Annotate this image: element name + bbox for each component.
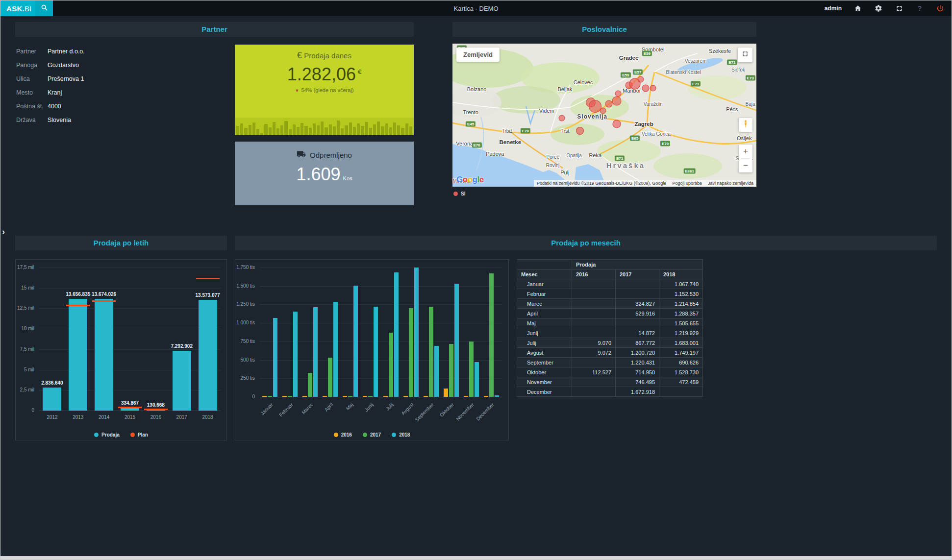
bar-2017[interactable] <box>429 307 433 397</box>
legend-item-2018[interactable]: 2018 <box>392 432 410 438</box>
bar-2018[interactable] <box>273 318 277 397</box>
store-marker[interactable] <box>612 120 621 128</box>
power-icon[interactable] <box>936 4 945 13</box>
field-label: Mesto <box>16 89 48 96</box>
bar-2017[interactable] <box>409 308 413 397</box>
bar-2018[interactable] <box>394 272 399 397</box>
bar-2018[interactable] <box>313 307 318 397</box>
bar-2018[interactable] <box>293 312 298 397</box>
bar-2016[interactable] <box>464 396 468 397</box>
sidebar-expand-toggle[interactable]: › <box>2 227 5 237</box>
table-cell: Marec <box>517 299 572 309</box>
bar-2016[interactable] <box>403 396 408 397</box>
settings-icon[interactable] <box>874 4 883 13</box>
bar-Prodaja[interactable] <box>69 299 87 411</box>
bar-2017[interactable] <box>308 373 312 397</box>
bar-2018[interactable] <box>475 362 479 397</box>
sales-today-amount: 1.282,06 <box>287 64 356 84</box>
shipped-value: 1.609Kos <box>235 164 414 185</box>
spark-bar <box>321 122 324 135</box>
zoom-in-button[interactable]: + <box>739 145 752 158</box>
bar-2016[interactable] <box>424 396 428 397</box>
bar-2017[interactable] <box>469 341 474 397</box>
monthly-chart-card: 0250 tis500 tis750 tis1.000 tis1.250 tis… <box>235 259 509 440</box>
google-letter: e <box>479 175 484 184</box>
bar-2018[interactable] <box>434 346 439 397</box>
plan-tick[interactable] <box>66 305 90 306</box>
store-marker[interactable] <box>650 85 656 91</box>
map-attribution-link[interactable]: Pogoji uporabe <box>672 181 702 186</box>
pegman-control[interactable] <box>739 118 752 132</box>
bar-value-label: 13.573.077 <box>183 292 232 298</box>
plan-tick[interactable] <box>196 278 220 279</box>
bar-2016[interactable] <box>383 396 388 397</box>
yearly-legend: ProdajaPlan <box>16 432 226 438</box>
plan-tick[interactable] <box>92 300 116 302</box>
map-city-label: Maribor <box>623 88 641 94</box>
help-icon[interactable]: ? <box>915 4 924 13</box>
legend-item-Plan[interactable]: Plan <box>130 432 148 438</box>
store-marker[interactable] <box>612 96 621 105</box>
bar-2018[interactable] <box>333 302 338 397</box>
table-cell <box>572 377 616 387</box>
legend-item-2017[interactable]: 2017 <box>363 432 381 438</box>
bar-2017[interactable] <box>268 396 272 397</box>
store-marker[interactable] <box>615 91 621 97</box>
bar-2017[interactable] <box>389 333 393 397</box>
bar-2018[interactable] <box>454 284 459 397</box>
bar-2017[interactable] <box>489 273 494 397</box>
store-marker[interactable] <box>642 84 649 92</box>
zoom-out-button[interactable]: − <box>739 159 752 172</box>
bar-2016[interactable] <box>343 396 347 397</box>
sales-today-card: € Prodaja danes 1.282,06€ ▼54% (glede na… <box>235 45 414 135</box>
search-button[interactable] <box>35 0 53 16</box>
sales-today-label: Prodaja danes <box>304 51 351 60</box>
x-axis-label: 2012 <box>37 414 67 420</box>
map-type-button[interactable]: Zemljevid <box>456 48 500 62</box>
spark-bar <box>304 126 307 135</box>
bar-2017[interactable] <box>328 358 332 397</box>
table-cell: 1.749.197 <box>659 348 703 358</box>
bar-2018[interactable] <box>414 268 419 397</box>
brand-logo[interactable]: ASK.BI <box>0 0 53 16</box>
monthly-body: 0250 tis500 tis750 tis1.000 tis1.250 tis… <box>235 259 937 440</box>
store-marker[interactable] <box>600 108 606 114</box>
bar-Prodaja[interactable] <box>199 300 217 411</box>
bar-2017[interactable] <box>348 396 352 397</box>
bar-Prodaja[interactable] <box>43 388 61 411</box>
legend-item-2016[interactable]: 2016 <box>334 432 352 438</box>
bar-2016[interactable] <box>262 396 267 397</box>
store-marker[interactable] <box>576 127 584 135</box>
legend-item-Prodaja[interactable]: Prodaja <box>94 432 120 438</box>
map-attribution-link[interactable]: Javi napako zemljevida <box>708 181 753 186</box>
bar-Prodaja[interactable] <box>95 299 113 411</box>
horizontal-scrollbar[interactable] <box>0 556 952 560</box>
bar-2017[interactable] <box>449 344 453 397</box>
user-menu[interactable]: admin <box>825 5 842 12</box>
home-icon[interactable] <box>853 4 862 13</box>
bar-2017[interactable] <box>368 396 373 397</box>
bar-Prodaja[interactable] <box>173 351 191 411</box>
map-city-label: Rovinj <box>546 163 560 168</box>
bar-2016[interactable] <box>323 396 327 397</box>
x-axis-label: 2017 <box>167 414 197 420</box>
bar-2016[interactable] <box>363 396 367 397</box>
store-marker[interactable] <box>638 76 644 83</box>
map-fullscreen-button[interactable] <box>738 48 752 62</box>
map-canvas-wrap[interactable]: SombotelSzékesfeGradecVeszprémBlatenski … <box>452 44 756 187</box>
store-marker[interactable] <box>559 115 565 121</box>
bar-2018[interactable] <box>353 286 358 397</box>
google-logo[interactable]: Google <box>456 175 484 185</box>
bar-2016[interactable] <box>444 389 448 397</box>
bar-2016[interactable] <box>282 396 287 397</box>
fullscreen-icon[interactable] <box>895 4 903 13</box>
bar-2016[interactable] <box>484 396 488 397</box>
bar-2018[interactable] <box>374 307 378 397</box>
table-cell: 1.683.001 <box>659 338 703 348</box>
map-city-label: Pécs <box>726 106 738 112</box>
bar-2017[interactable] <box>288 396 292 397</box>
bar-2016[interactable] <box>302 396 307 397</box>
bar-2018[interactable] <box>495 395 499 397</box>
x-axis-label: 2016 <box>141 414 171 420</box>
plan-tick[interactable] <box>144 409 168 410</box>
